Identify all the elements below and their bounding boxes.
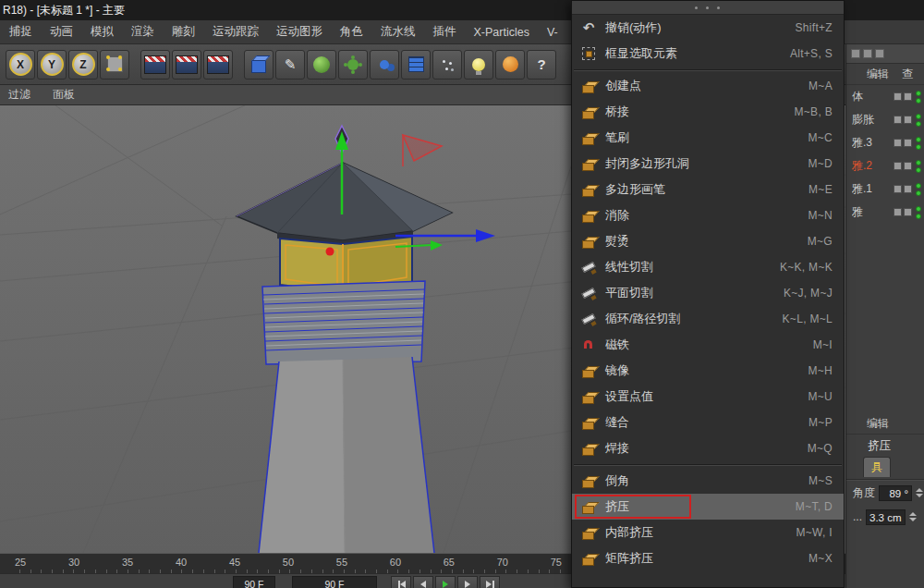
go-to-end-button[interactable]	[480, 576, 500, 588]
tag-icon[interactable]	[904, 92, 912, 101]
add-particles-button[interactable]	[432, 50, 462, 80]
menu-item-extrude-inner[interactable]: 内部挤压 M~W, I	[572, 520, 844, 545]
tag-icon[interactable]	[894, 92, 902, 101]
menu-item-bevel[interactable]: 倒角 M~S	[572, 468, 844, 494]
menu-item-loop-path-cut[interactable]: 循环/路径切割 K~L, M~L	[572, 306, 844, 332]
object-menu-view[interactable]: 查	[902, 67, 913, 82]
tag-icon[interactable]	[904, 116, 912, 124]
visibility-dots[interactable]	[916, 206, 921, 219]
menu-item-dissolve[interactable]: 消除 M~N	[572, 202, 844, 228]
menu-item-weld[interactable]: 焊接 M~Q	[572, 435, 844, 461]
add-cube-button[interactable]	[244, 50, 274, 80]
render-view-button[interactable]	[140, 50, 170, 80]
render-settings-button[interactable]	[203, 50, 233, 80]
menu-item-mirror[interactable]: 镜像 M~H	[572, 358, 844, 384]
add-sky-button[interactable]	[495, 50, 525, 80]
current-frame-field[interactable]: 90 F	[233, 576, 275, 588]
menu-item-extrude[interactable]: 挤压 M~T, D	[572, 494, 844, 520]
tag-icon[interactable]	[894, 162, 902, 170]
object-row[interactable]: 雅	[846, 201, 924, 224]
object-row-selected[interactable]: 雅.2	[846, 154, 924, 178]
menu-item-polygon-pen[interactable]: 多边形画笔 M~E	[572, 177, 844, 202]
tag-icon[interactable]	[894, 116, 902, 124]
tag-icon[interactable]	[904, 208, 912, 216]
menu-item-close-polygon-hole[interactable]: 封闭多边形孔洞 M~D	[572, 151, 844, 177]
menu-render[interactable]: 渲染	[131, 24, 154, 40]
visibility-dots[interactable]	[916, 160, 921, 173]
frame-selection-icon	[581, 46, 596, 61]
menu-item-brush[interactable]: 笔刷 M~C	[572, 125, 844, 151]
object-manager-menubar: 编辑 查	[846, 64, 924, 85]
pen-tool-button[interactable]: ✎	[275, 50, 305, 80]
axis-y-toggle[interactable]: Y	[37, 50, 67, 80]
panel-header-icon	[875, 49, 884, 58]
menu-item-undo-action[interactable]: 撤销(动作) Shift+Z	[572, 15, 844, 41]
angle-spinner[interactable]	[916, 488, 923, 497]
lighthouse-model[interactable]	[237, 126, 452, 553]
offset-field-row: ... 3.3 cm	[846, 505, 924, 529]
menu-pipeline[interactable]: 流水线	[381, 24, 416, 40]
menu-mograph[interactable]: 运动图形	[276, 24, 322, 40]
menu-snap[interactable]: 捕捉	[9, 24, 32, 40]
visibility-dots[interactable]	[916, 183, 921, 196]
render-picture-viewer-button[interactable]	[172, 50, 201, 80]
viewport-menu-panel[interactable]: 面板	[53, 87, 75, 103]
axis-z-toggle[interactable]: Z	[68, 50, 98, 80]
add-array-button[interactable]	[401, 50, 431, 80]
previous-frame-button[interactable]	[413, 576, 433, 588]
object-row[interactable]: 体	[846, 85, 924, 108]
tag-icon[interactable]	[904, 185, 912, 193]
go-to-start-button[interactable]	[391, 576, 411, 588]
tag-icon[interactable]	[894, 139, 902, 147]
menu-item-line-cut[interactable]: 线性切割 K~K, M~K	[572, 254, 844, 280]
object-row[interactable]: 膨胀	[846, 108, 924, 131]
menu-xparticles[interactable]: X-Particles	[474, 26, 529, 39]
menu-item-create-point[interactable]: 创建点 M~A	[572, 73, 844, 99]
menu-item-plane-cut[interactable]: 平面切割 K~J, M~J	[572, 280, 844, 306]
tag-icon[interactable]	[904, 139, 912, 147]
menu-scroll-up[interactable]	[572, 1, 844, 15]
visibility-dots[interactable]	[916, 114, 921, 127]
menu-vray[interactable]: V-	[547, 26, 558, 39]
object-row[interactable]: 雅.3	[846, 131, 924, 154]
menu-animate[interactable]: 动画	[50, 24, 73, 40]
particles-icon	[441, 58, 454, 71]
tag-icon[interactable]	[894, 185, 902, 193]
selected-point[interactable]	[326, 248, 334, 256]
menu-item-label: 熨烫	[605, 233, 629, 250]
add-deformer-button[interactable]	[338, 50, 368, 80]
viewport-menu-filter[interactable]: 过滤	[8, 87, 30, 103]
coordinate-system-toggle[interactable]	[100, 50, 129, 80]
attribute-menu-edit[interactable]: 编辑	[867, 416, 889, 432]
menu-item-magnet[interactable]: 磁铁 M~I	[572, 332, 844, 358]
axis-x-toggle[interactable]: X	[6, 50, 35, 80]
tool-tab[interactable]: 具	[863, 457, 891, 477]
menu-item-stitch-and-sew[interactable]: 缝合 M~P	[572, 410, 844, 435]
add-metaball-button[interactable]	[370, 50, 399, 80]
add-generator-button[interactable]	[307, 50, 336, 80]
end-frame-field[interactable]: 90 F	[292, 576, 377, 588]
offset-spinner[interactable]	[909, 512, 917, 521]
next-frame-button[interactable]	[457, 576, 478, 588]
add-light-button[interactable]	[464, 50, 493, 80]
offset-input[interactable]: 3.3 cm	[866, 509, 906, 525]
menu-plugins[interactable]: 插件	[433, 24, 456, 40]
visibility-dots[interactable]	[916, 91, 921, 104]
object-menu-edit[interactable]: 编辑	[867, 67, 889, 82]
menu-item-bridge[interactable]: 桥接 M~B, B	[572, 99, 844, 125]
menu-sculpt[interactable]: 雕刻	[172, 24, 195, 40]
help-button[interactable]: ?	[527, 50, 556, 80]
menu-motion-tracker[interactable]: 运动跟踪	[213, 24, 259, 40]
menu-item-iron[interactable]: 熨烫 M~G	[572, 228, 844, 254]
menu-character[interactable]: 角色	[340, 24, 363, 40]
menu-item-matrix-extrude[interactable]: 矩阵挤压 M~X	[572, 545, 844, 571]
menu-item-set-point-value[interactable]: 设置点值 M~U	[572, 384, 844, 410]
menu-item-frame-selected[interactable]: 框显选取元素 Alt+S, S	[572, 41, 844, 67]
visibility-dots[interactable]	[916, 137, 921, 150]
tag-icon[interactable]	[894, 208, 902, 216]
tag-icon[interactable]	[904, 162, 912, 170]
menu-simulate[interactable]: 模拟	[91, 24, 114, 40]
play-button[interactable]	[435, 576, 456, 588]
angle-input[interactable]: 89 °	[879, 485, 912, 501]
object-row[interactable]: 雅.1	[846, 178, 924, 201]
